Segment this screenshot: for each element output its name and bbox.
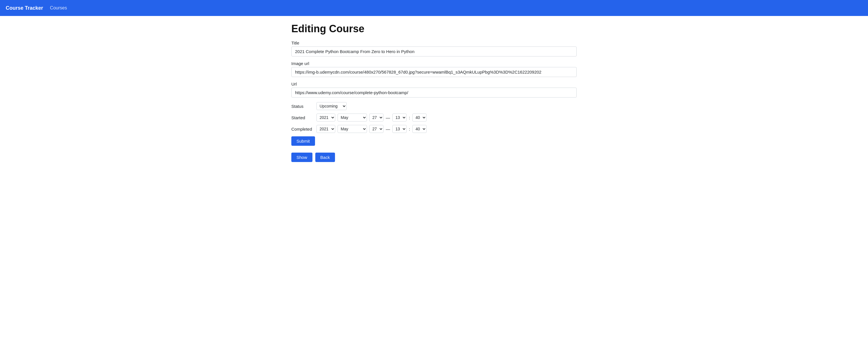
completed-group: Completed 20192020202120222023 JanuaryFe… [291,125,577,133]
navbar: Course Tracker Courses [0,0,868,16]
bottom-button-row: Show Back [291,153,577,162]
nav-link-courses[interactable]: Courses [50,5,67,10]
started-year-select[interactable]: 20192020202120222023 [316,114,335,122]
edit-course-form: Title Image url Url Status UpcomingIn Pr… [291,40,577,162]
url-input[interactable] [291,88,577,98]
started-label: Started [291,115,314,120]
url-label: Url [291,82,577,87]
status-group: Status UpcomingIn ProgressCompleted [291,102,577,110]
completed-month-select[interactable]: JanuaryFebruaryMarchAprilMayJuneJulyAugu… [338,125,367,133]
nav-brand[interactable]: Course Tracker [6,5,43,11]
started-hour-select[interactable]: 01234567891011121314151617181920212223 [392,114,407,122]
title-group: Title [291,40,577,57]
submit-row: Submit [291,136,577,146]
started-dash: — [386,115,390,120]
show-button[interactable]: Show [291,153,312,162]
submit-button[interactable]: Submit [291,136,315,146]
status-label: Status [291,104,314,109]
completed-label: Completed [291,127,314,131]
started-minute-select[interactable]: 01020304050 [412,114,427,122]
completed-colon: : [409,127,410,131]
title-input[interactable] [291,46,577,57]
back-button[interactable]: Back [315,153,335,162]
image-url-label: Image url [291,61,577,66]
completed-minute-select[interactable]: 01020304050 [412,125,427,133]
title-label: Title [291,40,577,45]
completed-hour-select[interactable]: 01234567891011121314151617181920212223 [392,125,407,133]
started-group: Started 20192020202120222023 JanuaryFebr… [291,114,577,122]
status-select[interactable]: UpcomingIn ProgressCompleted [316,102,347,110]
started-day-select[interactable]: 1234567891011121314151617181920212223242… [369,114,383,122]
image-url-input[interactable] [291,67,577,77]
started-month-select[interactable]: JanuaryFebruaryMarchAprilMayJuneJulyAugu… [338,114,367,122]
page-heading: Editing Course [291,23,577,35]
image-url-group: Image url [291,61,577,77]
main-content: Editing Course Title Image url Url Statu… [234,16,634,169]
completed-day-select[interactable]: 1234567891011121314151617181920212223242… [369,125,383,133]
completed-dash: — [386,127,390,131]
url-group: Url [291,82,577,98]
started-colon: : [409,115,410,120]
completed-year-select[interactable]: 20192020202120222023 [316,125,335,133]
